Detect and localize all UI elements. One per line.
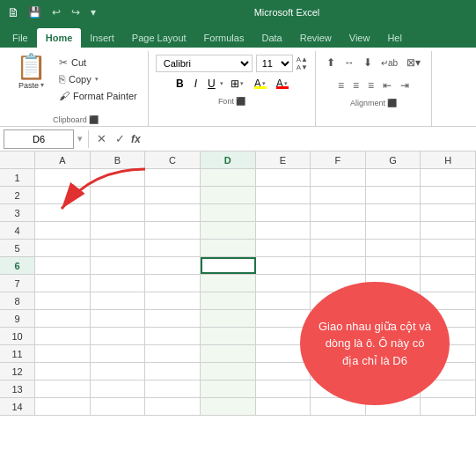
cell-A12[interactable] — [35, 363, 91, 380]
merge-center-button[interactable]: ⊠▾ — [403, 55, 424, 70]
col-header-H[interactable]: H — [421, 151, 476, 168]
alignment-expand-icon[interactable]: ⬛ — [387, 99, 397, 107]
cell-B7[interactable] — [91, 275, 146, 292]
cell-D4[interactable] — [201, 222, 256, 239]
tab-help[interactable]: Hel — [378, 28, 411, 48]
cell-D2[interactable] — [201, 187, 256, 203]
cell-C13[interactable] — [145, 380, 201, 397]
cell-H3[interactable] — [421, 204, 476, 221]
align-bottom-button[interactable]: ⬇ — [360, 55, 376, 70]
customize-button[interactable]: ▾ — [87, 4, 99, 20]
tab-home[interactable]: Home — [37, 28, 82, 48]
cell-C7[interactable] — [145, 275, 201, 292]
cell-D13[interactable] — [201, 380, 256, 397]
cell-C14[interactable] — [145, 398, 201, 415]
name-box[interactable] — [4, 129, 74, 149]
cell-H2[interactable] — [421, 187, 476, 203]
row-header-7[interactable]: 7 — [0, 275, 35, 292]
row-header-1[interactable]: 1 — [0, 169, 35, 186]
format-painter-button[interactable]: 🖌 Format Painter — [55, 88, 141, 104]
cell-D11[interactable] — [201, 345, 256, 362]
cell-A11[interactable] — [35, 345, 91, 362]
cell-A1[interactable] — [35, 169, 91, 186]
font-size-select[interactable]: 11 10 12 — [256, 55, 293, 72]
cell-G3[interactable] — [366, 204, 421, 221]
undo-button[interactable]: ↩ — [48, 4, 64, 20]
row-header-3[interactable]: 3 — [0, 204, 35, 221]
cell-A14[interactable] — [35, 398, 91, 415]
row-header-11[interactable]: 11 — [0, 345, 35, 362]
cell-F1[interactable] — [311, 169, 366, 186]
cell-H7[interactable] — [421, 275, 476, 292]
cell-G6[interactable] — [366, 257, 421, 274]
cell-A4[interactable] — [35, 222, 91, 239]
cell-H1[interactable] — [421, 169, 476, 186]
cell-E8[interactable] — [256, 292, 311, 309]
col-header-G[interactable]: G — [366, 151, 421, 168]
cell-D6[interactable] — [201, 257, 256, 274]
cell-A13[interactable] — [35, 380, 91, 397]
cell-G2[interactable] — [366, 187, 421, 203]
cell-E12[interactable] — [256, 363, 311, 380]
align-middle-button[interactable]: ↔ — [341, 55, 358, 70]
paste-button[interactable]: 📋 Paste ▾ — [11, 51, 52, 93]
fill-color-button[interactable]: A ▾ — [251, 76, 269, 92]
cell-A3[interactable] — [35, 204, 91, 221]
cell-F4[interactable] — [311, 222, 366, 239]
formula-input[interactable] — [144, 129, 472, 149]
cell-E14[interactable] — [256, 398, 311, 415]
cell-C5[interactable] — [145, 240, 201, 256]
italic-button[interactable]: I — [191, 76, 201, 92]
cell-A8[interactable] — [35, 292, 91, 309]
cell-C9[interactable] — [145, 310, 201, 327]
cell-H6[interactable] — [421, 257, 476, 274]
cell-E2[interactable] — [256, 187, 311, 203]
fx-button[interactable]: fx — [131, 133, 141, 145]
copy-button[interactable]: ⎘ Copy ▾ — [55, 71, 141, 87]
cell-B2[interactable] — [91, 187, 146, 203]
tab-page-layout[interactable]: Page Layout — [123, 28, 195, 48]
cell-G5[interactable] — [366, 240, 421, 256]
align-top-button[interactable]: ⬆ — [323, 55, 339, 70]
underline-button[interactable]: U ▾ — [204, 76, 223, 92]
cell-D9[interactable] — [201, 310, 256, 327]
indent-decrease-button[interactable]: ⇤ — [379, 78, 395, 93]
row-header-6[interactable]: 6 — [0, 257, 35, 274]
cell-D7[interactable] — [201, 275, 256, 292]
cell-E5[interactable] — [256, 240, 311, 256]
align-right-button[interactable]: ≡ — [364, 78, 377, 93]
cell-C4[interactable] — [145, 222, 201, 239]
cell-F5[interactable] — [311, 240, 366, 256]
font-name-select[interactable]: Calibri — [156, 55, 253, 72]
col-header-E[interactable]: E — [256, 151, 311, 168]
cell-A5[interactable] — [35, 240, 91, 256]
align-center-button[interactable]: ≡ — [349, 78, 362, 93]
align-left-button[interactable]: ≡ — [334, 78, 348, 93]
row-column-corner[interactable] — [0, 151, 35, 168]
cell-E6[interactable] — [256, 257, 311, 274]
redo-button[interactable]: ↪ — [68, 4, 84, 20]
cell-F3[interactable] — [311, 204, 366, 221]
cell-G4[interactable] — [366, 222, 421, 239]
row-header-8[interactable]: 8 — [0, 292, 35, 309]
cell-E13[interactable] — [256, 380, 311, 397]
cell-B14[interactable] — [91, 398, 146, 415]
row-header-12[interactable]: 12 — [0, 363, 35, 380]
col-header-A[interactable]: A — [35, 151, 91, 168]
row-header-2[interactable]: 2 — [0, 187, 35, 203]
cell-C8[interactable] — [145, 292, 201, 309]
cell-B3[interactable] — [91, 204, 146, 221]
row-header-9[interactable]: 9 — [0, 310, 35, 327]
cell-A9[interactable] — [35, 310, 91, 327]
cell-H14[interactable] — [421, 398, 476, 415]
formula-cancel-button[interactable]: ✕ — [94, 132, 109, 145]
cell-A2[interactable] — [35, 187, 91, 203]
font-color-button[interactable]: A ▾ — [273, 76, 291, 92]
cell-E4[interactable] — [256, 222, 311, 239]
col-header-D[interactable]: D — [201, 151, 256, 168]
clipboard-expand-icon[interactable]: ⬛ — [89, 115, 99, 124]
cell-D5[interactable] — [201, 240, 256, 256]
save-button[interactable]: 💾 — [25, 4, 45, 20]
row-header-5[interactable]: 5 — [0, 240, 35, 256]
cell-D3[interactable] — [201, 204, 256, 221]
